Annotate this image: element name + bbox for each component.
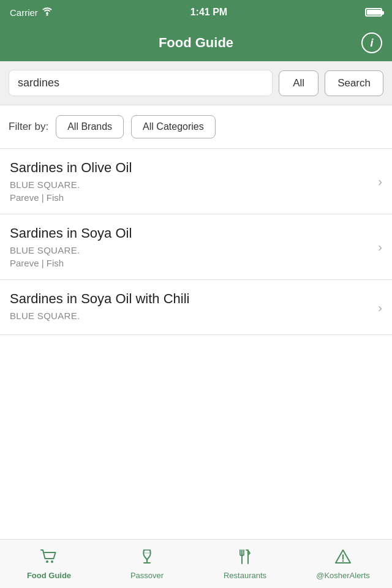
result-item-1[interactable]: Sardines in Olive Oil BLUE SQUARE. Parev… bbox=[0, 149, 392, 214]
result-brand-3: BLUE SQUARE. bbox=[10, 311, 382, 321]
result-meta-1: Pareve | Fish bbox=[10, 192, 382, 203]
search-area: All Search bbox=[0, 61, 392, 105]
cart-icon bbox=[40, 548, 58, 568]
all-brands-button[interactable]: All Brands bbox=[56, 115, 124, 138]
results-list: Sardines in Olive Oil BLUE SQUARE. Parev… bbox=[0, 149, 392, 335]
search-input[interactable] bbox=[9, 70, 273, 96]
status-bar: Carrier 1:41 PM bbox=[0, 0, 392, 24]
tab-bar: Food Guide Passover Restaurants bbox=[0, 539, 392, 588]
result-item-2[interactable]: Sardines in Soya Oil BLUE SQUARE. Pareve… bbox=[0, 214, 392, 280]
info-icon: i bbox=[370, 37, 373, 50]
tab-food-guide[interactable]: Food Guide bbox=[0, 540, 98, 588]
tab-food-guide-label: Food Guide bbox=[27, 571, 71, 580]
svg-point-1 bbox=[51, 560, 53, 563]
result-name-1: Sardines in Olive Oil bbox=[10, 160, 382, 176]
info-button[interactable]: i bbox=[361, 32, 382, 53]
tab-kosher-alerts-label: @KosherAlerts bbox=[316, 571, 370, 580]
wine-icon bbox=[138, 548, 156, 568]
alert-icon bbox=[334, 548, 352, 568]
svg-point-7 bbox=[342, 560, 344, 562]
result-meta-2: Pareve | Fish bbox=[10, 258, 382, 268]
search-button[interactable]: Search bbox=[325, 70, 383, 96]
filter-label: Filter by: bbox=[9, 121, 48, 133]
app-title: Food Guide bbox=[159, 35, 233, 51]
chevron-icon-1: › bbox=[378, 175, 382, 189]
chevron-icon-3: › bbox=[378, 300, 382, 314]
svg-point-0 bbox=[46, 560, 48, 563]
all-categories-button[interactable]: All Categories bbox=[131, 115, 216, 138]
tab-restaurants-label: Restaurants bbox=[224, 571, 266, 580]
chevron-icon-2: › bbox=[378, 240, 382, 254]
fork-knife-icon bbox=[236, 548, 254, 568]
battery-icon bbox=[365, 8, 382, 17]
tab-kosher-alerts[interactable]: @KosherAlerts bbox=[294, 540, 392, 588]
result-item-3[interactable]: Sardines in Soya Oil with Chili BLUE SQU… bbox=[0, 280, 392, 335]
result-name-2: Sardines in Soya Oil bbox=[10, 225, 382, 241]
carrier-info: Carrier bbox=[10, 7, 53, 18]
app-header: Food Guide i bbox=[0, 24, 392, 61]
wifi-icon bbox=[42, 7, 53, 18]
tab-restaurants[interactable]: Restaurants bbox=[196, 540, 294, 588]
tab-passover-label: Passover bbox=[130, 571, 164, 580]
filter-row: Filter by: All Brands All Categories bbox=[0, 105, 392, 149]
time-display: 1:41 PM bbox=[190, 7, 227, 18]
tab-passover[interactable]: Passover bbox=[98, 540, 196, 588]
result-name-3: Sardines in Soya Oil with Chili bbox=[10, 291, 382, 307]
result-brand-2: BLUE SQUARE. bbox=[10, 245, 382, 255]
carrier-label: Carrier bbox=[10, 7, 38, 18]
svg-rect-3 bbox=[143, 552, 151, 554]
all-button[interactable]: All bbox=[279, 70, 318, 96]
result-brand-1: BLUE SQUARE. bbox=[10, 179, 382, 190]
